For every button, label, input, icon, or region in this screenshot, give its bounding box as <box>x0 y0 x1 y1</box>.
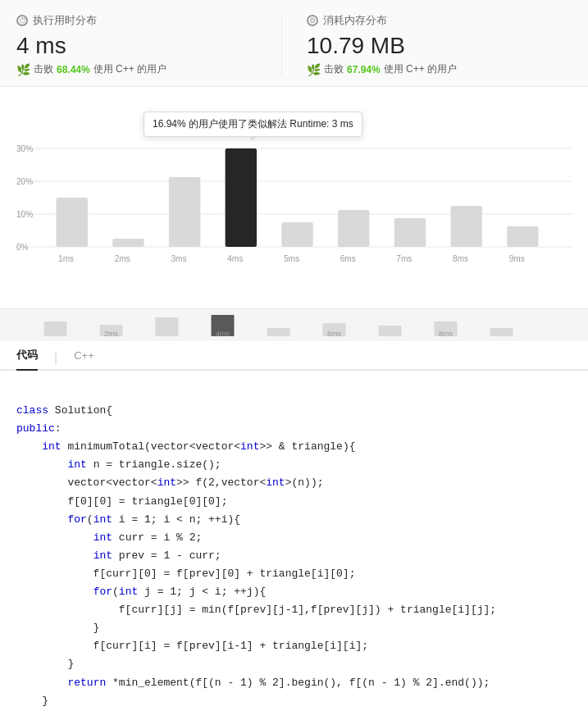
svg-rect-28 <box>156 317 179 336</box>
svg-text:5ms: 5ms <box>284 254 299 263</box>
svg-text:6ms: 6ms <box>340 254 356 263</box>
code-line-9: int prev = 1 - curr; <box>16 547 572 565</box>
code-section: class Solution{ public: int minimumTotal… <box>0 371 588 711</box>
chart-container: 16.94% 的用户使用了类似解法 Runtime: 3 ms 30% 20% … <box>16 95 572 284</box>
memory-beat-icon: 🌿 <box>307 63 321 76</box>
code-line-13: } <box>16 619 572 637</box>
stats-section: ⏱ 执行用时分布 4 ms 🌿 击败 68.44% 使用 C++ 的用户 ⚙ 消… <box>0 0 588 87</box>
code-line-15: } <box>16 655 572 673</box>
svg-text:8ms: 8ms <box>439 330 454 338</box>
time-icon: ⏱ <box>16 15 28 26</box>
time-stat-header: ⏱ 执行用时分布 <box>16 13 281 28</box>
svg-rect-15 <box>450 206 481 247</box>
svg-rect-11 <box>226 148 257 247</box>
code-line-5: vector<vector<int>> f(2,vector<int>(n)); <box>16 474 572 492</box>
svg-text:2ms: 2ms <box>115 254 130 263</box>
svg-text:9ms: 9ms <box>509 254 525 263</box>
svg-text:30%: 30% <box>16 144 33 153</box>
svg-text:3ms: 3ms <box>171 254 187 263</box>
svg-text:8ms: 8ms <box>453 254 468 263</box>
svg-text:2ms: 2ms <box>104 330 119 338</box>
time-stat-block: ⏱ 执行用时分布 4 ms 🌿 击败 68.44% 使用 C++ 的用户 <box>16 13 281 76</box>
time-beat-text: 击败 <box>34 62 53 76</box>
svg-text:4ms: 4ms <box>227 254 243 263</box>
code-line-11: for(int j = 1; j < i; ++j){ <box>16 583 572 601</box>
code-line-17: } <box>16 692 572 710</box>
svg-text:7ms: 7ms <box>396 254 412 263</box>
memory-stat-block: ⚙ 消耗内存分布 10.79 MB 🌿 击败 67.94% 使用 C++ 的用户 <box>281 13 572 76</box>
memory-title: 消耗内存分布 <box>323 13 387 28</box>
code-line-14: f[curr][i] = f[prev][i-1] + triangle[i][… <box>16 637 572 655</box>
svg-text:4ms: 4ms <box>216 330 230 338</box>
time-beat-pct: 68.44% <box>57 64 90 75</box>
svg-rect-12 <box>281 222 312 247</box>
code-line-12: f[curr][j] = min(f[prev][j-1],f[prev][j]… <box>16 601 572 619</box>
svg-text:6ms: 6ms <box>327 330 342 338</box>
svg-rect-14 <box>394 218 426 247</box>
memory-lang: 使用 C++ 的用户 <box>384 62 457 76</box>
svg-rect-8 <box>57 198 88 247</box>
memory-beat-pct: 67.94% <box>347 64 381 75</box>
svg-text:20%: 20% <box>16 177 33 186</box>
time-beat-icon: 🌿 <box>16 63 30 76</box>
svg-text:10%: 10% <box>16 210 33 219</box>
code-line-3: int minimumTotal(vector<vector<int>> & t… <box>16 438 572 456</box>
svg-rect-30 <box>267 328 290 336</box>
chart-section: 16.94% 的用户使用了类似解法 Runtime: 3 ms 30% 20% … <box>0 87 588 308</box>
time-value: 4 ms <box>16 33 281 59</box>
mini-chart[interactable]: 2ms 4ms 6ms 8ms <box>0 308 588 341</box>
svg-rect-32 <box>379 326 402 336</box>
code-line-0 <box>16 384 572 402</box>
chart-svg: 30% 20% 10% 0% 1ms 2ms <box>16 140 572 304</box>
code-line-4: int n = triangle.size(); <box>16 456 572 474</box>
tooltip-text: 16.94% 的用户使用了类似解法 Runtime: 3 ms <box>153 118 353 130</box>
memory-stat-header: ⚙ 消耗内存分布 <box>307 13 572 28</box>
svg-rect-9 <box>112 239 144 247</box>
svg-text:1ms: 1ms <box>58 254 74 263</box>
memory-icon: ⚙ <box>307 15 318 26</box>
svg-rect-13 <box>338 210 369 247</box>
time-lang: 使用 C++ 的用户 <box>93 62 166 76</box>
svg-rect-34 <box>490 328 513 336</box>
tab-separator: | <box>54 351 57 366</box>
memory-sub: 🌿 击败 67.94% 使用 C++ 的用户 <box>307 62 572 76</box>
code-tabs: 代码 | C++ <box>0 341 588 371</box>
svg-rect-10 <box>169 177 200 247</box>
code-line-16: return *min_element(f[(n - 1) % 2].begin… <box>16 674 572 692</box>
code-line-8: int curr = i % 2; <box>16 529 572 547</box>
tab-lang[interactable]: C++ <box>74 349 94 368</box>
tab-code[interactable]: 代码 <box>16 348 38 371</box>
chart-tooltip: 16.94% 的用户使用了类似解法 Runtime: 3 ms <box>144 112 362 137</box>
time-title: 执行用时分布 <box>33 13 97 28</box>
svg-text:0%: 0% <box>16 243 29 252</box>
mini-chart-svg: 2ms 4ms 6ms 8ms <box>16 313 572 338</box>
memory-value: 10.79 MB <box>307 33 572 59</box>
svg-rect-16 <box>507 226 538 247</box>
code-line-7: for(int i = 1; i < n; ++i){ <box>16 511 572 529</box>
svg-rect-26 <box>44 321 67 336</box>
code-line-2: public: <box>16 420 572 438</box>
code-line-6: f[0][0] = triangle[0][0]; <box>16 493 572 511</box>
code-line-1: class Solution{ <box>16 402 572 420</box>
time-sub: 🌿 击败 68.44% 使用 C++ 的用户 <box>16 62 281 76</box>
memory-beat-text: 击败 <box>324 62 344 76</box>
code-line-10: f[curr][0] = f[prev][0] + triangle[i][0]… <box>16 565 572 583</box>
